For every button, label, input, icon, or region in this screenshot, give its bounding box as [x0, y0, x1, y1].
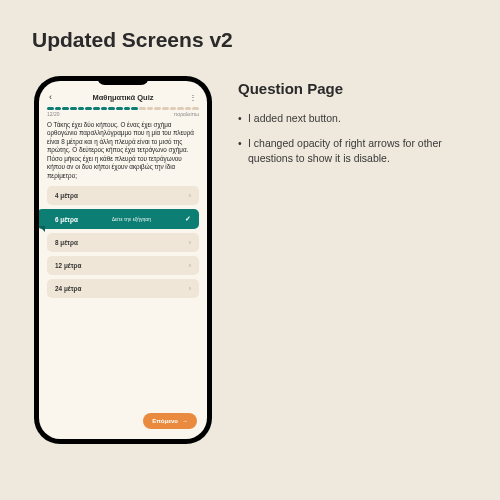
notes-heading: Question Page [238, 80, 480, 97]
note-item: I changed opacity of right arrows for ot… [238, 136, 480, 166]
phone-frame: ‹ Μαθηματικά Quiz ⋮ 12/20 παραλείπω Ο Τά… [34, 76, 212, 444]
page-title: Updated Screens v2 [0, 0, 500, 52]
option-4[interactable]: 12 μέτρα › [47, 256, 199, 275]
next-label: Επόμενο [152, 418, 178, 424]
chevron-right-icon: › [189, 192, 191, 199]
option-1[interactable]: 4 μέτρα › [47, 186, 199, 205]
option-3[interactable]: 8 μέτρα › [47, 233, 199, 252]
see-explanation[interactable]: Δείτε την εξήγηση [112, 216, 151, 222]
next-button[interactable]: Επόμενο → [143, 413, 197, 429]
chevron-right-icon: › [189, 239, 191, 246]
option-label: 12 μέτρα [55, 262, 81, 269]
arrow-right-icon: → [182, 418, 188, 424]
notes-list: I added next button. I changed opacity o… [238, 111, 480, 167]
options-list: 4 μέτρα › 6 μέτρα Δείτε την εξήγηση ✓ 8 … [47, 186, 199, 298]
progress-bar [47, 107, 199, 110]
chevron-right-icon: › [189, 262, 191, 269]
option-label: 6 μέτρα [55, 216, 78, 223]
question-counter: 12/20 [47, 111, 60, 117]
chevron-right-icon: › [189, 285, 191, 292]
back-icon[interactable]: ‹ [49, 93, 59, 102]
phone-notch [97, 76, 149, 85]
phone-screen: ‹ Μαθηματικά Quiz ⋮ 12/20 παραλείπω Ο Τά… [39, 81, 207, 439]
option-label: 24 μέτρα [55, 285, 81, 292]
note-item: I added next button. [238, 111, 480, 126]
quiz-header: ‹ Μαθηματικά Quiz ⋮ [47, 91, 199, 105]
check-icon: ✓ [185, 215, 191, 223]
more-icon[interactable]: ⋮ [187, 94, 197, 102]
notes-panel: Question Page I added next button. I cha… [238, 76, 480, 444]
option-5[interactable]: 24 μέτρα › [47, 279, 199, 298]
option-label: 4 μέτρα [55, 192, 78, 199]
content-row: ‹ Μαθηματικά Quiz ⋮ 12/20 παραλείπω Ο Τά… [0, 52, 500, 444]
option-2-selected[interactable]: 6 μέτρα Δείτε την εξήγηση ✓ [39, 209, 199, 229]
quiz-title: Μαθηματικά Quiz [59, 93, 187, 102]
question-text: Ο Τάκης έχει δύο κήπους. Ο ένας έχει σχή… [47, 121, 199, 181]
skip-link[interactable]: παραλείπω [174, 111, 199, 117]
quiz-meta: 12/20 παραλείπω [47, 111, 199, 117]
option-label: 8 μέτρα [55, 239, 78, 246]
